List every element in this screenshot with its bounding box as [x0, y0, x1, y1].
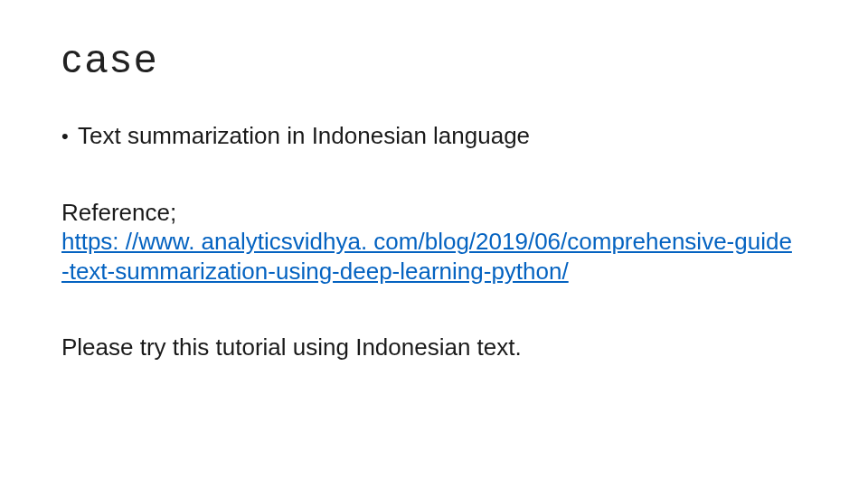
reference-label: Reference;: [61, 198, 814, 228]
bullet-text: Text summarization in Indonesian languag…: [78, 121, 530, 151]
reference-link-line2: -text-summarization-using-deep-learning-…: [61, 258, 569, 285]
bullet-item: • Text summarization in Indonesian langu…: [61, 121, 814, 151]
reference-block: Reference; https: //www. analyticsvidhya…: [61, 198, 814, 286]
page-title: case: [61, 36, 814, 81]
closing-text: Please try this tutorial using Indonesia…: [61, 333, 814, 362]
slide: case • Text summarization in Indonesian …: [0, 0, 868, 488]
bullet-dot-icon: •: [61, 121, 78, 148]
reference-link[interactable]: https: //www. analyticsvidhya. com/blog/…: [61, 228, 792, 285]
reference-link-line1: https: //www. analyticsvidhya. com/blog/…: [61, 228, 792, 255]
